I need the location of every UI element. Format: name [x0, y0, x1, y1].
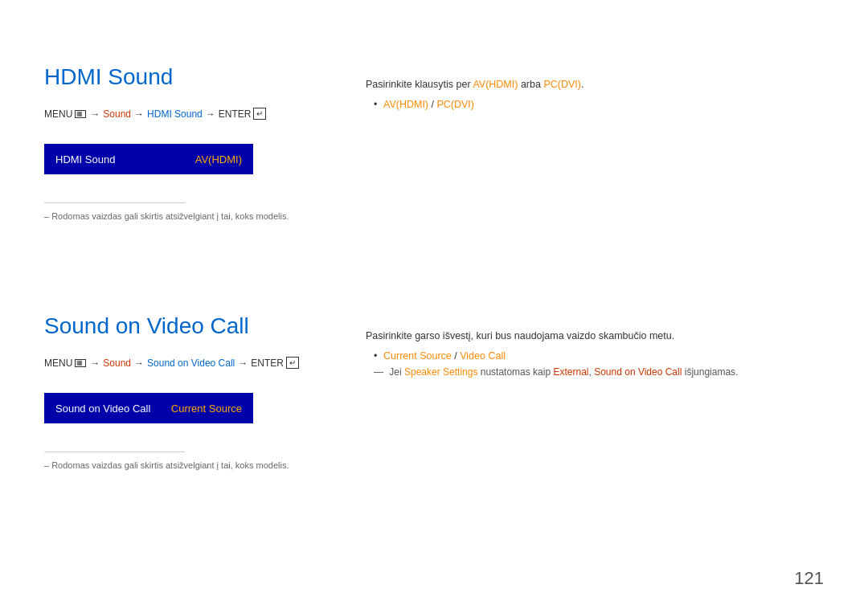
- hdmi-right-column: Pasirinkite klausytis per AV(HDMI) arba …: [366, 76, 824, 113]
- note-dash: ―: [374, 366, 383, 378]
- video-section: Sound on Video Call MENU → Sound → Sound…: [44, 313, 350, 470]
- hdmi-description: Pasirinkite klausytis per AV(HDMI) arba …: [366, 76, 824, 92]
- video-svc-link: Sound on Video Call: [147, 358, 235, 369]
- video-ui-box: Sound on Video Call Current Source: [44, 393, 253, 423]
- hdmi-divider: [44, 202, 185, 203]
- hdmi-title: HDMI Sound: [44, 64, 350, 90]
- arrow1: →: [90, 108, 100, 120]
- video-arrow2: →: [134, 358, 144, 369]
- av-hdmi-link: AV(HDMI): [473, 79, 518, 90]
- hdmi-box-label: HDMI Sound: [55, 153, 115, 166]
- av-hdmi-bullet: AV(HDMI): [383, 99, 428, 110]
- hdmi-menu-path: MENU → Sound → HDMI Sound → ENTER ↵: [44, 108, 350, 120]
- video-enter-word: ENTER: [251, 358, 284, 369]
- video-footnote: – Rodomas vaizdas gali skirtis atsižvelg…: [44, 460, 350, 470]
- sound-link: Sound: [103, 108, 131, 120]
- enter-icon: ↵: [253, 108, 266, 120]
- svc-note-link: Sound on Video Call: [594, 366, 682, 378]
- menu-icon: [75, 110, 86, 118]
- current-source-link: Current Source: [383, 350, 452, 362]
- video-divider: [44, 452, 185, 452]
- video-menu-word: MENU: [44, 358, 72, 369]
- video-description: Pasirinkite garso išvestį, kuri bus naud…: [366, 328, 832, 344]
- video-enter-icon: ↵: [286, 357, 299, 369]
- video-menu-path: MENU → Sound → Sound on Video Call → ENT…: [44, 357, 350, 369]
- video-box-label: Sound on Video Call: [55, 403, 150, 415]
- video-box-value: Current Source: [171, 403, 242, 415]
- hdmi-bullet-item: AV(HDMI) / PC(DVI): [374, 99, 824, 110]
- hdmi-ui-box: HDMI Sound AV(HDMI): [44, 144, 253, 174]
- page-number: 121: [794, 568, 824, 589]
- video-arrow3: →: [238, 358, 248, 369]
- hdmi-box-value: AV(HDMI): [195, 153, 242, 166]
- video-bullet-item: Current Source / Video Call: [374, 350, 832, 362]
- hdmi-bullet-list: AV(HDMI) / PC(DVI): [366, 99, 824, 110]
- video-sound-link: Sound: [103, 358, 131, 369]
- hdmi-sound-link: HDMI Sound: [147, 108, 203, 120]
- enter-word: ENTER: [219, 108, 252, 120]
- speaker-settings-link: Speaker Settings: [404, 366, 477, 378]
- video-menu-icon: [75, 359, 86, 367]
- arrow3: →: [206, 108, 215, 120]
- hdmi-footnote: – Rodomas vaizdas gali skirtis atsižvelg…: [44, 211, 350, 221]
- menu-word: MENU: [44, 108, 72, 120]
- hdmi-section: HDMI Sound MENU → Sound → HDMI Sound → E…: [44, 64, 350, 221]
- external-link: External: [553, 366, 588, 378]
- pc-dvi-bullet: PC(DVI): [436, 99, 474, 110]
- video-arrow1: →: [90, 358, 100, 369]
- video-title: Sound on Video Call: [44, 313, 350, 339]
- video-bullet-list: Current Source / Video Call: [366, 350, 832, 362]
- page: HDMI Sound MENU → Sound → HDMI Sound → E…: [0, 0, 868, 613]
- video-call-link: Video Call: [460, 350, 506, 362]
- arrow2: →: [134, 108, 144, 120]
- pc-dvi-link: PC(DVI): [543, 79, 581, 90]
- video-note: ― Jei Speaker Settings nustatomas kaip E…: [366, 366, 832, 378]
- video-right-column: Pasirinkite garso išvestį, kuri bus naud…: [366, 328, 832, 378]
